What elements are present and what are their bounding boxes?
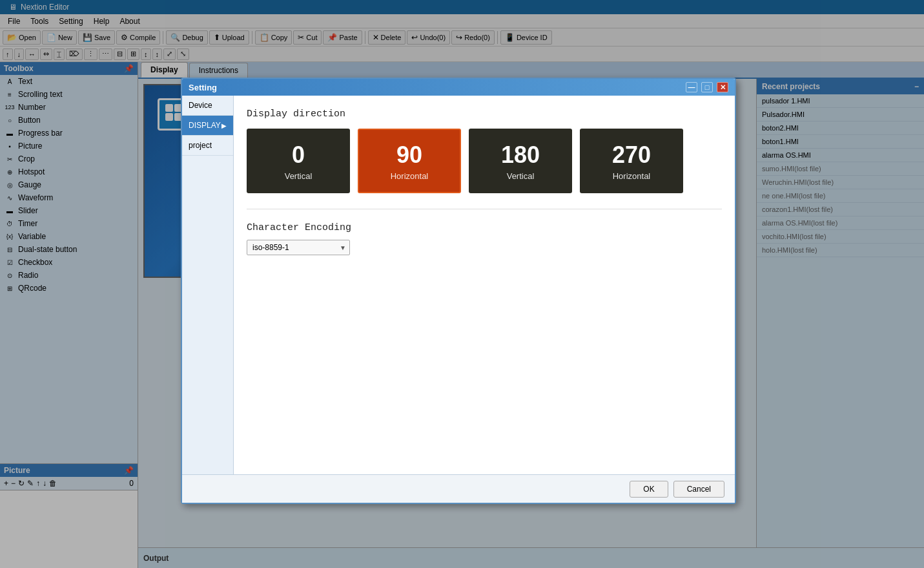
display-direction-section: Display direction 0 Vertical 90 Horizont… xyxy=(247,109,722,193)
modal-ok-button[interactable]: OK xyxy=(630,481,668,498)
direction-value-0: 0 xyxy=(292,142,305,169)
modal-footer: OK Cancel xyxy=(182,474,735,503)
modal-window-controls: — □ ✕ xyxy=(684,82,728,92)
modal-cancel-button[interactable]: Cancel xyxy=(673,481,724,498)
modal-title: Setting xyxy=(189,83,217,92)
modal-nav-device[interactable]: Device xyxy=(182,96,233,116)
direction-value-3: 270 xyxy=(612,142,651,169)
direction-label-0: Vertical xyxy=(285,171,313,181)
char-encoding-heading: Character Encoding xyxy=(247,222,722,233)
modal-maximize-btn[interactable]: □ xyxy=(701,82,713,92)
direction-card-3[interactable]: 270 Horizontal xyxy=(580,129,683,193)
modal-sidebar: Device DISPLAY ▶ project xyxy=(182,96,234,474)
char-encoding-section: Character Encoding iso-8859-1 UTF-8 GB23… xyxy=(247,222,722,255)
modal-nav-display[interactable]: DISPLAY ▶ xyxy=(182,116,233,136)
modal-overlay: Setting — □ ✕ Device DISPLAY ▶ project xyxy=(0,0,924,568)
encoding-select[interactable]: iso-8859-1 UTF-8 GB2312 xyxy=(247,240,350,255)
direction-label-2: Vertical xyxy=(507,171,535,181)
direction-cards: 0 Vertical 90 Horizontal 180 Vertical xyxy=(247,129,722,193)
modal-content: Display direction 0 Vertical 90 Horizont… xyxy=(234,96,735,474)
setting-modal: Setting — □ ✕ Device DISPLAY ▶ project xyxy=(181,78,736,504)
modal-nav-arrow: ▶ xyxy=(221,122,227,129)
direction-value-1: 90 xyxy=(396,142,422,169)
section-divider xyxy=(247,209,722,209)
direction-label-1: Horizontal xyxy=(391,171,429,181)
encoding-select-wrapper: iso-8859-1 UTF-8 GB2312 ▼ xyxy=(247,240,350,255)
modal-nav-project[interactable]: project xyxy=(182,136,233,156)
modal-body: Device DISPLAY ▶ project Display directi… xyxy=(182,96,735,474)
direction-card-2[interactable]: 180 Vertical xyxy=(469,129,572,193)
modal-close-btn[interactable]: ✕ xyxy=(717,82,728,92)
modal-titlebar: Setting — □ ✕ xyxy=(182,79,735,96)
direction-card-1[interactable]: 90 Horizontal xyxy=(358,129,461,193)
direction-card-0[interactable]: 0 Vertical xyxy=(247,129,350,193)
direction-label-3: Horizontal xyxy=(613,171,651,181)
display-direction-heading: Display direction xyxy=(247,109,722,120)
direction-value-2: 180 xyxy=(501,142,540,169)
modal-minimize-btn[interactable]: — xyxy=(686,82,697,92)
